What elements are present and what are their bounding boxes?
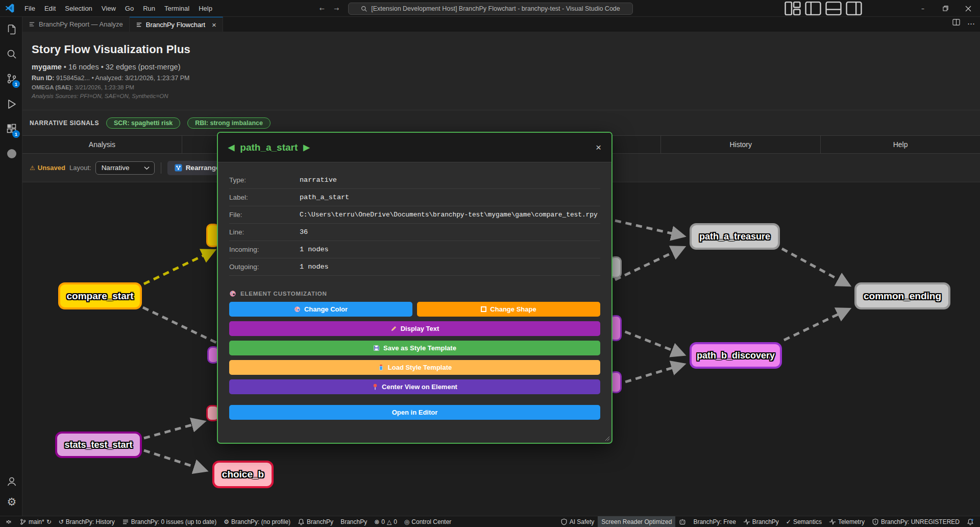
telemetry-item[interactable]: Telemetry <box>825 516 868 527</box>
branchpy-extension-icon[interactable] <box>6 148 18 160</box>
minimize-button[interactable]: – <box>912 0 934 17</box>
close-modal-icon[interactable]: × <box>596 142 601 152</box>
bottle-icon <box>378 364 384 371</box>
screen-reader-item[interactable]: Screen Reader Optimized <box>598 516 675 527</box>
menu-selection[interactable]: Selection <box>60 0 96 17</box>
target-icon: ◎ <box>404 519 409 525</box>
load-style-template-button[interactable]: Load Style Template <box>229 360 600 375</box>
restore-button[interactable] <box>934 0 957 17</box>
menu-view[interactable]: View <box>97 0 120 17</box>
close-tab-icon[interactable]: × <box>212 21 216 29</box>
save-style-template-button[interactable]: Save as Style Template <box>229 341 600 355</box>
problems-item[interactable]: ⊗ 0 △ 0 <box>371 516 401 527</box>
field-label: Incoming: <box>229 246 300 253</box>
toggle-secondary-sidebar-icon[interactable] <box>845 0 863 17</box>
branchpy-pulse-item[interactable]: BranchPy <box>740 516 782 527</box>
analysis-sources: Analysis Sources: PFI=ON, SAE=ON, Synthe… <box>32 93 980 99</box>
node-label: path_a_treasure <box>699 231 770 242</box>
node-compare-start[interactable]: compare_start <box>58 282 142 309</box>
semantics-item[interactable]: ✓ Semantics <box>782 516 825 527</box>
status-label: BranchPy: Free <box>693 518 736 525</box>
control-center-item[interactable]: ◎ Control Center <box>401 516 455 527</box>
modal-header: ◀ path_a_start ▶ × <box>218 133 611 162</box>
node-stats-test-start[interactable]: stats_test_start <box>55 432 142 458</box>
menu-run[interactable]: Run <box>138 0 160 17</box>
vscode-window: File Edit Selection View Go Run Terminal… <box>0 0 980 527</box>
change-shape-button[interactable]: Change Shape <box>417 302 600 317</box>
omega-label: OMEGA (SAE): <box>32 84 73 90</box>
check-icon: ✓ <box>786 519 791 525</box>
branchpy-profile-item[interactable]: ⚙ BranchPy: (no profile) <box>220 516 294 527</box>
settings-gear-icon[interactable]: ⚙ <box>6 497 18 509</box>
status-label: BranchPy: History <box>66 518 115 525</box>
next-node-icon[interactable]: ▶ <box>303 142 309 152</box>
field-type: Type: narrative <box>229 172 600 189</box>
branchpy-bell-item[interactable]: BranchPy <box>294 516 337 527</box>
notifications-item[interactable] <box>963 516 980 527</box>
field-value: narrative <box>300 176 337 184</box>
close-window-button[interactable] <box>957 0 980 17</box>
menu-edit[interactable]: Edit <box>40 0 60 17</box>
run-info: Run ID: 915845a2... • Analyzed: 3/21/202… <box>32 75 980 82</box>
rearrange-icon <box>175 164 182 172</box>
branchpy-free-item[interactable]: BranchPy: Free <box>690 516 739 527</box>
account-icon[interactable] <box>6 475 18 488</box>
menu-terminal[interactable]: Terminal <box>160 0 194 17</box>
open-in-editor-button[interactable]: Open in Editor <box>229 405 600 420</box>
status-label: BranchPy: 0 issues (up to date) <box>131 518 216 525</box>
remote-indicator[interactable] <box>0 516 16 527</box>
command-center-search[interactable]: [Extension Development Host] BranchPy Fl… <box>348 3 633 15</box>
status-label: BranchPy: (no profile) <box>231 518 290 525</box>
resize-handle[interactable] <box>605 436 610 441</box>
tab-label: Analysis <box>89 140 115 149</box>
omega-info: OMEGA (SAE): 3/21/2026, 1:23:38 PM <box>32 84 980 90</box>
back-arrow-icon[interactable]: ← <box>320 6 325 12</box>
display-text-button[interactable]: Display Text <box>229 321 600 336</box>
floppy-disk-icon <box>373 345 380 351</box>
change-color-button[interactable]: Change Color <box>229 302 412 317</box>
toggle-sidebar-icon[interactable] <box>804 0 822 17</box>
list-icon <box>122 518 129 525</box>
tab-branchpy-flowchart[interactable]: BranchPy Flowchart × <box>130 17 223 32</box>
tab-branchpy-report[interactable]: BranchPy Report — Analyze <box>22 17 130 32</box>
menu-help[interactable]: Help <box>194 0 217 17</box>
narrative-signals-label: NARRATIVE SIGNALS <box>30 119 99 127</box>
branchpy-issues-item[interactable]: BranchPy: 0 issues (up to date) <box>118 516 220 527</box>
node-path-b-discovery[interactable]: path_b_discovery <box>690 342 782 369</box>
field-outgoing: Outgoing: 1 nodes <box>229 258 600 276</box>
search-sidebar-icon[interactable] <box>6 48 18 60</box>
center-view-button[interactable]: Center View on Element <box>229 379 600 394</box>
node-label: choice_b <box>222 469 264 480</box>
explorer-icon[interactable] <box>6 23 18 36</box>
menu-go[interactable]: Go <box>120 0 138 17</box>
git-branch-item[interactable]: main* ↻ <box>16 516 55 527</box>
prev-node-icon[interactable]: ◀ <box>228 142 234 152</box>
robot-status-item[interactable] <box>675 516 690 527</box>
branch-name: main* <box>29 518 44 525</box>
toggle-panel-icon[interactable] <box>825 0 842 17</box>
tab-analysis[interactable]: Analysis <box>22 136 182 153</box>
node-common-ending[interactable]: common_ending <box>854 282 950 309</box>
customize-layout-icon[interactable] <box>784 0 801 17</box>
branchpy-history-item[interactable]: ↺ BranchPy: History <box>55 516 118 527</box>
forward-arrow-icon[interactable]: → <box>334 6 339 12</box>
tab-help[interactable]: Help <box>821 136 980 153</box>
sync-icon: ↻ <box>46 519 52 525</box>
menu-file[interactable]: File <box>20 0 40 17</box>
toolbar-separator <box>161 162 161 174</box>
title-bar: File Edit Selection View Go Run Terminal… <box>0 0 980 17</box>
warning-icon: △ <box>387 519 391 525</box>
tab-label: Help <box>893 140 908 149</box>
split-editor-icon[interactable] <box>952 18 960 26</box>
more-actions-icon[interactable]: … <box>967 18 975 26</box>
tab-history[interactable]: History <box>661 136 821 153</box>
unregistered-item[interactable]: BranchPy: UNREGISTERED <box>868 516 963 527</box>
node-path-a-treasure[interactable]: path_a_treasure <box>690 223 780 250</box>
branchpy-plain-item[interactable]: BranchPy <box>337 516 371 527</box>
ai-safety-item[interactable]: AI Safety <box>557 516 598 527</box>
run-id-value: 915845a2... • Analyzed: 3/21/2026, 1:23:… <box>54 75 189 82</box>
node-choice-b[interactable]: choice_b <box>212 461 274 488</box>
editor-tab-bar: BranchPy Report — Analyze BranchPy Flowc… <box>22 17 980 32</box>
run-debug-icon[interactable] <box>6 98 18 110</box>
layout-dropdown[interactable]: Narrative <box>95 161 155 175</box>
